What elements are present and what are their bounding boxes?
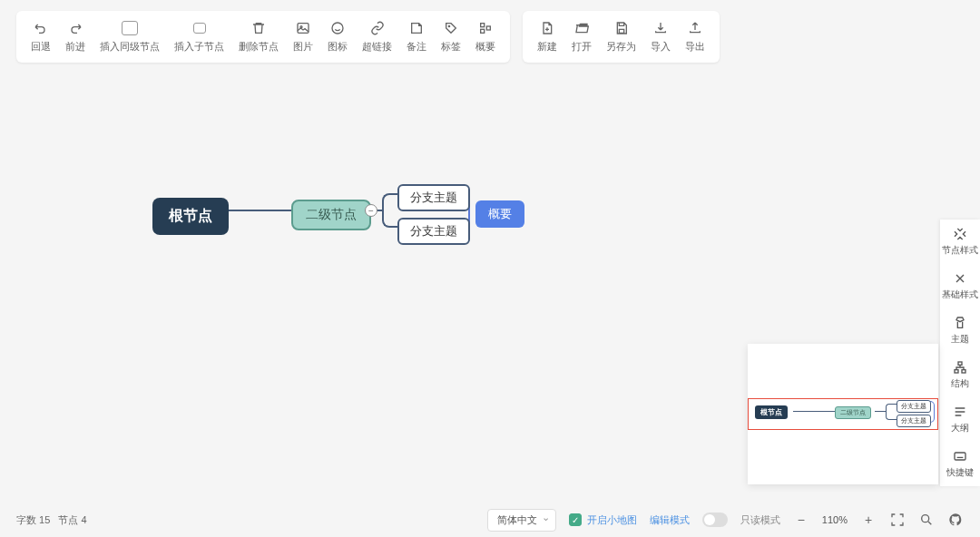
save-as-button[interactable]: 另存为: [601, 18, 642, 55]
fit-screen-button[interactable]: [889, 512, 906, 528]
insert-child-button[interactable]: 插入子节点: [169, 18, 230, 55]
level2-node[interactable]: 二级节点: [291, 200, 371, 230]
status-controls: 简体中文 ✓ 开启小地图 编辑模式 只读模式 − 110% +: [487, 509, 964, 532]
redo-button[interactable]: 前进: [60, 18, 91, 55]
toolbar-edit-group: 回退 前进 插入同级节点 插入子节点 删除节点 图片 图标 超链接 备注 标签 …: [16, 11, 510, 63]
side-panel: 节点样式 基础样式 主题 结构 大纲 快捷键: [940, 220, 980, 486]
language-select[interactable]: 简体中文: [487, 509, 556, 532]
status-counts: 字数 15 节点 4: [16, 513, 87, 527]
structure-icon: [953, 360, 967, 375]
node-style-button[interactable]: 节点样式: [940, 220, 980, 264]
collapse-toggle[interactable]: −: [365, 204, 377, 217]
summary-button[interactable]: 概要: [470, 18, 501, 55]
open-button[interactable]: 打开: [566, 18, 597, 55]
status-bar: 字数 15 节点 4 简体中文 ✓ 开启小地图 编辑模式 只读模式 − 110%…: [0, 503, 980, 537]
save-icon: [613, 20, 630, 36]
svg-rect-6: [486, 26, 490, 30]
base-style-icon: [953, 271, 967, 286]
insert-sibling-button[interactable]: 插入同级节点: [94, 18, 165, 55]
mode-toggle[interactable]: [702, 513, 728, 527]
new-button[interactable]: 新建: [532, 18, 563, 55]
image-icon: [295, 20, 311, 36]
minimap-label: 开启小地图: [587, 513, 637, 527]
hyperlink-button[interactable]: 超链接: [357, 18, 397, 55]
undo-icon: [33, 20, 49, 36]
redo-icon: [67, 20, 83, 36]
branch-node[interactable]: 分支主题: [397, 184, 470, 211]
toolbar: 回退 前进 插入同级节点 插入子节点 删除节点 图片 图标 超链接 备注 标签 …: [16, 11, 720, 63]
export-icon: [687, 20, 703, 36]
keyboard-icon: [953, 449, 967, 464]
zoom-out-button[interactable]: −: [793, 512, 809, 528]
minimap[interactable]: 根节点 二级节点 分支主题 分支主题: [748, 344, 938, 484]
import-button[interactable]: 导入: [645, 18, 676, 55]
undo-button[interactable]: 回退: [25, 18, 56, 55]
theme-button[interactable]: 主题: [940, 308, 980, 353]
root-node[interactable]: 根节点: [152, 198, 229, 235]
new-file-icon: [539, 20, 555, 36]
tag-icon: [443, 20, 459, 36]
note-icon: [408, 20, 425, 36]
readonly-mode-label: 只读模式: [740, 513, 780, 527]
child-node-icon: [191, 20, 208, 36]
sibling-node-icon: [122, 20, 138, 36]
image-button[interactable]: 图片: [288, 18, 318, 55]
import-icon: [652, 20, 669, 36]
note-button[interactable]: 备注: [401, 18, 432, 55]
toolbar-file-group: 新建 打开 另存为 导入 导出: [523, 11, 720, 63]
export-button[interactable]: 导出: [680, 18, 710, 55]
connector-fork: [382, 193, 398, 228]
svg-rect-10: [955, 453, 965, 460]
minimap-checkbox[interactable]: ✓: [569, 513, 582, 526]
node-style-icon: [953, 227, 967, 241]
tag-button[interactable]: 标签: [436, 18, 466, 55]
search-button[interactable]: [918, 512, 935, 528]
icon-button[interactable]: 图标: [322, 18, 353, 55]
svg-rect-0: [298, 24, 309, 34]
minimap-viewport[interactable]: [748, 398, 938, 430]
svg-point-2: [332, 23, 343, 34]
branch-node[interactable]: 分支主题: [397, 218, 470, 245]
zoom-value: 110%: [822, 514, 848, 525]
svg-rect-5: [481, 29, 485, 33]
outline-icon: [953, 405, 967, 419]
svg-rect-7: [958, 362, 962, 365]
emoji-icon: [329, 20, 346, 36]
shortcut-button[interactable]: 快捷键: [940, 442, 980, 486]
svg-rect-4: [481, 24, 485, 27]
svg-rect-8: [955, 370, 958, 373]
delete-node-button[interactable]: 删除节点: [233, 18, 284, 55]
link-icon: [369, 20, 386, 36]
svg-rect-9: [962, 370, 965, 373]
structure-button[interactable]: 结构: [940, 353, 980, 397]
github-button[interactable]: [947, 512, 964, 528]
theme-icon: [953, 316, 967, 330]
base-style-button[interactable]: 基础样式: [940, 264, 980, 308]
trash-icon: [250, 20, 267, 36]
folder-open-icon: [573, 20, 590, 36]
connector: [225, 210, 291, 211]
summary-icon: [477, 20, 494, 36]
svg-point-11: [922, 515, 929, 522]
summary-node[interactable]: 概要: [475, 200, 524, 228]
edit-mode-label: 编辑模式: [650, 513, 690, 527]
zoom-in-button[interactable]: +: [860, 512, 877, 528]
svg-point-3: [448, 25, 449, 26]
outline-button[interactable]: 大纲: [940, 397, 980, 442]
